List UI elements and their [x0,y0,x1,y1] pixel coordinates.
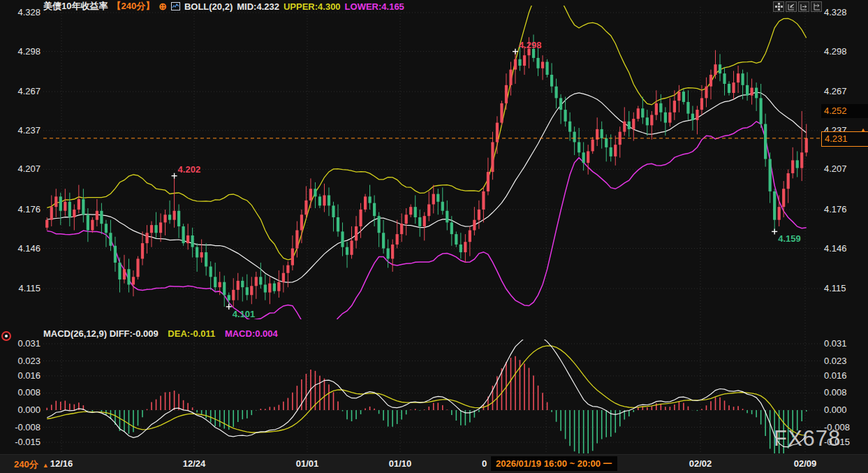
candle-body [686,102,689,114]
price-axis-label: 4.146 [824,243,847,254]
candle-body [359,210,362,226]
candle-body [628,122,631,129]
candle-body [314,189,316,196]
candle-body [64,202,66,211]
candle-body [432,194,435,205]
candle-body [332,205,334,217]
candle-body [304,201,307,214]
zoom-forward-icon[interactable] [798,1,809,12]
chart-type-icon[interactable] [171,2,180,10]
price-axis-label: 4.176 [0,204,41,215]
candle-body [191,235,194,247]
candle-body [668,112,671,123]
price-pane-header: 美债10年收益率【240分】 ⊕ BOLL(20,2) MID:4.232 UP… [43,1,404,12]
candle-body [614,145,617,157]
dea-line [47,346,806,435]
candle-body [337,217,339,231]
boll-lower-value: LOWER:4.165 [345,1,404,12]
candle-body [619,132,621,145]
x-axis-tick-label: 02/09 [781,458,830,469]
candle-body [159,222,162,233]
price-pane[interactable]: 4.2024.1014.2984.159 [45,0,808,335]
candle-body [255,277,258,286]
price-axis-label: 4.298 [824,46,847,57]
candle-body [219,282,221,287]
candle-body [427,204,430,216]
macd-dea-value: DEA:-0.011 [168,328,215,339]
candle-body [536,58,539,68]
candle-body [277,282,280,291]
candle-body [732,82,735,93]
pan-right-icon[interactable] [811,1,822,12]
candle-body [414,207,417,217]
candle-body [373,203,376,217]
x-axis-tick-label: 02/02 [676,458,725,469]
current-price-badge: 4.231 [821,131,868,147]
price-axis-label: 4.176 [824,204,847,215]
macd-axis-label: 0.008 [0,387,41,398]
candle-body [655,103,658,115]
expand-icon[interactable]: ⊕ [159,2,167,10]
x-axis-tick-label: 01/01 [283,458,332,469]
candle-body [291,249,294,265]
candle-body [168,214,171,219]
boll-label: BOLL(20,2) [184,1,233,12]
candle-body [482,191,485,210]
macd-axis-label: 0.000 [0,405,41,416]
price-axis-label: 4.115 [824,283,846,294]
candle-body [282,273,285,282]
candle-body [705,87,707,99]
candle-body [323,195,325,205]
candle-body [78,199,80,210]
candle-body [459,245,462,252]
macd-hist-value: MACD:0.004 [225,328,278,339]
candle-body [127,269,130,284]
candle-body [209,266,212,277]
alert-dot-icon[interactable] [1,331,11,341]
candle-body [700,98,703,110]
price-axis-label: 4.115 [0,283,41,294]
macd-pane[interactable] [47,335,806,463]
candle-body [54,196,57,207]
candle-body [186,235,189,243]
candle-body [177,211,180,226]
candle-body [664,112,667,123]
boll-upper-value: UPPER:4.300 [284,1,341,12]
candle-body [632,119,635,129]
candle-body [682,92,685,102]
candle-body [50,207,53,220]
zoom-back-icon[interactable] [786,1,797,12]
candle-body [250,286,253,295]
candle-body [469,231,471,242]
candle-body [773,191,776,220]
candle-body [391,245,394,259]
price-annotation: 4.101 [233,309,256,319]
candle-body [787,173,790,189]
candle-body [587,151,589,163]
candle-body [550,75,553,87]
candle-body [796,160,799,168]
candle-body [505,85,508,103]
macd-axis-label: 0.031 [824,338,847,349]
candle-body [564,110,567,122]
candle-body [132,277,135,284]
x-axis-tick-label: 12/16 [37,458,86,469]
candle-body [145,233,148,243]
candle-body [286,265,289,273]
move-tool-icon[interactable] [773,1,784,12]
candle-body [591,140,594,152]
candle-body [805,138,808,152]
candle-body [641,108,644,117]
candle-body [509,70,512,85]
chart-canvas[interactable]: 4.2024.1014.2984.159 [0,0,868,473]
price-axis-label: 4.207 [0,163,41,175]
watermark: FX678 [774,426,841,451]
candle-body [141,243,144,259]
candle-body [205,252,207,266]
candle-body [387,249,390,259]
price-axis-label: 4.267 [824,86,847,97]
candle-body [114,246,117,263]
candle-body [496,123,499,143]
partial-tick-label: 0 [482,458,487,469]
candle-body [737,73,740,82]
